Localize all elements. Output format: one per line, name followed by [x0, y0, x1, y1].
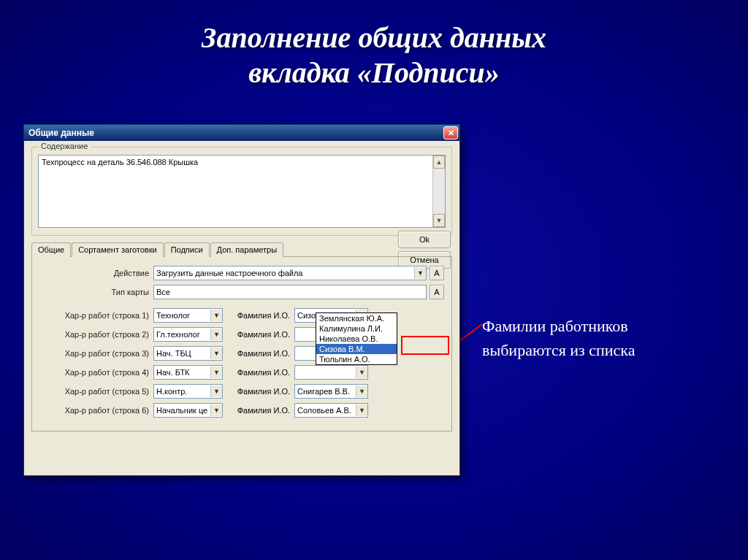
chevron-down-icon[interactable]: ▼: [210, 348, 222, 359]
signature-row: Хар-р работ (строка 4)Нач. БТК▼Фамилия И…: [39, 365, 444, 380]
role-combo[interactable]: Гл.технолог▼: [153, 327, 223, 342]
name-value: Снигарев В.В.: [297, 387, 350, 396]
close-button[interactable]: ✕: [443, 126, 458, 139]
name-combo[interactable]: ▼: [294, 365, 368, 380]
chevron-down-icon[interactable]: ▼: [210, 367, 222, 378]
close-icon: ✕: [448, 129, 454, 138]
action-value: Загрузить данные настроечного файла: [156, 269, 302, 277]
scroll-down-icon[interactable]: ▼: [433, 214, 445, 227]
tab-general[interactable]: Общие: [31, 242, 71, 257]
chevron-down-icon[interactable]: ▼: [414, 267, 426, 279]
row-card-type: Тип карты Все А: [39, 285, 444, 299]
card-type-a-button[interactable]: А: [430, 285, 444, 299]
chevron-down-icon[interactable]: ▼: [356, 404, 367, 416]
dropdown-option[interactable]: Землянская Ю.А.: [316, 313, 397, 323]
annotation-line1: Фамилии работников: [482, 314, 635, 338]
action-a-button[interactable]: А: [430, 266, 444, 280]
role-value: Н.контр.: [156, 387, 187, 396]
action-combo[interactable]: Загрузить данные настроечного файла ▼: [153, 266, 427, 280]
name-label: Фамилия И.О.: [223, 330, 294, 339]
work-type-label: Хар-р работ (строка 6): [39, 406, 153, 415]
role-value: Нач. БТК: [156, 368, 190, 377]
name-label: Фамилия И.О.: [223, 387, 294, 396]
dropdown-option[interactable]: Сизова В.М.: [316, 344, 397, 354]
content-text: Техпроцесс на деталь 36.546.088 Крышка: [42, 158, 198, 166]
title-bar[interactable]: Общие данные ✕: [24, 125, 459, 141]
dropdown-option[interactable]: Тюльпин А.О.: [316, 354, 397, 364]
work-type-label: Хар-р работ (строка 4): [39, 368, 153, 377]
dropdown-option[interactable]: Калимулина Л.И.: [316, 323, 397, 334]
signature-row: Хар-р работ (строка 6)Начальник це▼Фамил…: [39, 403, 444, 418]
scroll-up-icon[interactable]: ▲: [433, 156, 445, 169]
dialog-general-data: Общие данные ✕ Содержание Техпроцесс на …: [23, 124, 460, 476]
scrollbar[interactable]: ▲ ▼: [432, 156, 445, 227]
content-textarea[interactable]: Техпроцесс на деталь 36.546.088 Крышка ▲…: [38, 155, 446, 228]
role-value: Технолог: [156, 311, 190, 320]
chevron-down-icon[interactable]: ▼: [356, 367, 367, 378]
role-combo[interactable]: Технолог▼: [153, 308, 223, 323]
name-label: Фамилия И.О.: [223, 311, 294, 320]
role-combo[interactable]: Начальник це▼: [153, 403, 223, 418]
row-action: Действие Загрузить данные настроечного ф…: [39, 266, 444, 280]
work-type-label: Хар-р работ (строка 2): [39, 330, 153, 339]
dropdown-option[interactable]: Николаева О.В.: [316, 334, 397, 344]
work-type-label: Хар-р работ (строка 1): [39, 311, 153, 320]
chevron-down-icon[interactable]: ▼: [210, 310, 222, 321]
content-group-label: Содержание: [38, 142, 91, 150]
role-combo[interactable]: Н.контр.▼: [153, 384, 223, 399]
name-label: Фамилия И.О.: [223, 406, 294, 415]
name-label: Фамилия И.О.: [223, 368, 294, 377]
signature-row: Хар-р работ (строка 5)Н.контр.▼Фамилия И…: [39, 384, 444, 399]
work-type-label: Хар-р работ (строка 5): [39, 387, 153, 396]
chevron-down-icon[interactable]: ▼: [356, 386, 367, 397]
role-value: Гл.технолог: [156, 330, 200, 339]
tab-signatures[interactable]: Подписи: [164, 242, 210, 257]
tab-additional[interactable]: Доп. параметры: [210, 242, 283, 257]
work-type-label: Хар-р работ (строка 3): [39, 349, 153, 358]
slide-title: Заполнение общих данных вкладка «Подписи…: [0, 0, 748, 91]
action-label: Действие: [39, 269, 153, 277]
tab-panel-signatures: Действие Загрузить данные настроечного ф…: [31, 256, 452, 431]
name-combo[interactable]: Снигарев В.В.▼: [294, 384, 368, 399]
chevron-down-icon[interactable]: ▼: [210, 404, 222, 416]
chevron-down-icon[interactable]: ▼: [210, 386, 222, 397]
card-type-field[interactable]: Все: [153, 285, 427, 299]
card-type-value: Все: [156, 288, 170, 296]
annotation-text: Фамилии работников выбираются из списка: [482, 314, 635, 362]
name-value: Соловьев А.В.: [297, 406, 351, 415]
window-title: Общие данные: [28, 128, 443, 138]
name-label: Фамилия И.О.: [223, 349, 294, 358]
annotation-line2: выбираются из списка: [482, 338, 635, 362]
slide-title-line2: вкладка «Подписи»: [0, 55, 748, 91]
name-combo[interactable]: Соловьев А.В.▼: [294, 403, 368, 418]
role-combo[interactable]: Нач. ТБЦ▼: [153, 346, 223, 361]
name-dropdown-list[interactable]: Землянская Ю.А.Калимулина Л.И.Николаева …: [316, 312, 397, 365]
tab-assortment[interactable]: Сортамент заготовки: [72, 242, 163, 257]
role-value: Нач. ТБЦ: [156, 349, 191, 358]
role-combo[interactable]: Нач. БТК▼: [153, 365, 223, 380]
role-value: Начальник це: [156, 406, 207, 415]
chevron-down-icon[interactable]: ▼: [210, 329, 222, 340]
content-groupbox: Содержание Техпроцесс на деталь 36.546.0…: [31, 147, 452, 236]
slide-title-line1: Заполнение общих данных: [0, 20, 748, 55]
tab-bar: Общие Сортамент заготовки Подписи Доп. п…: [31, 242, 452, 256]
card-type-label: Тип карты: [39, 288, 153, 296]
